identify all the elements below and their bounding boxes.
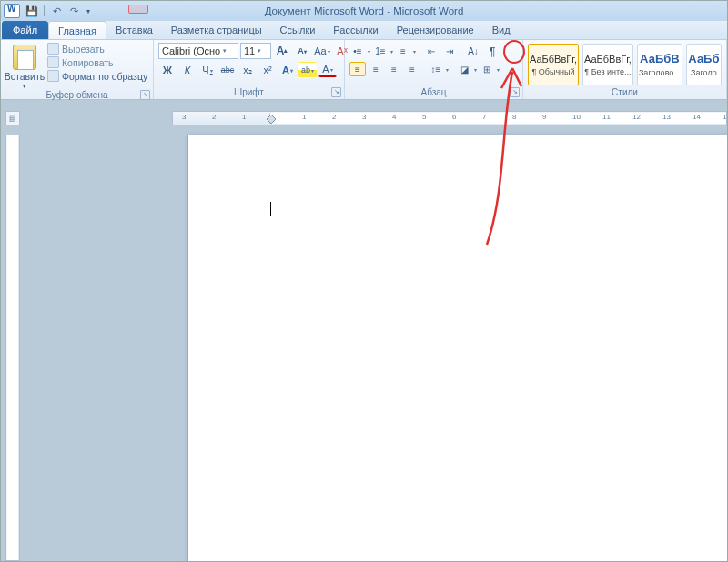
bullets-button[interactable]: •≡ xyxy=(349,44,366,58)
style-name: Заголово... xyxy=(639,68,681,77)
sort-button[interactable]: A↓ xyxy=(465,44,481,58)
increase-indent-button[interactable]: ⇥ xyxy=(441,44,458,58)
group-font: Calibri (Осно▾ 11▾ A▴ A▾ Aa Aᵡ Ж К Ч abc… xyxy=(154,40,345,99)
bold-button[interactable]: Ж xyxy=(158,62,177,78)
annotation-blur-redaction xyxy=(128,5,148,14)
ruler-tick-label: 2 xyxy=(212,113,216,121)
format-painter-label: Формат по образцу xyxy=(62,71,147,82)
group-label-styles: Стили xyxy=(523,87,726,99)
style-name: ¶ Обычный xyxy=(531,67,574,76)
tab-insert[interactable]: Вставка xyxy=(106,21,162,39)
word-icon xyxy=(4,4,20,18)
ruler-tick-label: 15 xyxy=(723,113,727,121)
tab-file[interactable]: Файл xyxy=(2,21,48,39)
quick-access-toolbar: 💾 ↶ ↷ ▾ xyxy=(23,4,93,18)
multilevel-list-button[interactable]: ≡ xyxy=(395,44,411,58)
qat-customize-dropdown[interactable]: ▾ xyxy=(84,7,93,15)
tab-view[interactable]: Вид xyxy=(483,21,520,39)
ribbon-tabs: Файл Главная Вставка Разметка страницы С… xyxy=(1,21,727,40)
ruler-tick-label: 10 xyxy=(572,113,581,121)
vertical-ruler[interactable] xyxy=(5,135,20,561)
ruler-tick-label: 1 xyxy=(302,113,306,121)
tab-review[interactable]: Рецензирование xyxy=(388,21,483,39)
group-styles: АаБбВвГг, ¶ Обычный АаБбВвГг, ¶ Без инте… xyxy=(523,40,727,99)
paste-icon xyxy=(13,45,36,70)
ruler-tick-label: 4 xyxy=(392,113,396,121)
ruler-tick-label: 1 xyxy=(242,113,246,121)
tab-mailings[interactable]: Рассылки xyxy=(324,21,387,39)
font-launcher[interactable]: ↘ xyxy=(331,87,341,97)
qat-undo-button[interactable]: ↶ xyxy=(49,4,64,18)
group-label-font: Шрифт↘ xyxy=(154,87,344,99)
copy-button[interactable]: Копировать xyxy=(47,56,147,68)
qat-redo-button[interactable]: ↷ xyxy=(66,4,81,18)
cut-button[interactable]: Вырезать xyxy=(47,43,147,55)
font-family-combo[interactable]: Calibri (Осно▾ xyxy=(158,43,238,59)
shading-button[interactable]: ◪ xyxy=(456,62,472,76)
style-sample: АаБбВвГг, xyxy=(530,54,577,65)
document-area: ▤ 321123456789101112131415 xyxy=(1,100,727,561)
strikethrough-button[interactable]: abc xyxy=(218,62,237,78)
group-paragraph: •≡▾ 1≡▾ ≡▾ ⇤ ⇥ A↓ ¶ ≡ ≡ ≡ ≡ xyxy=(345,40,523,99)
group-clipboard: Вставить ▾ Вырезать Копировать Формат по… xyxy=(1,40,154,99)
ruler-tick-label: 2 xyxy=(332,113,336,121)
ruler-tick-label: 9 xyxy=(542,113,546,121)
tab-references[interactable]: Ссылки xyxy=(271,21,325,39)
clipboard-launcher[interactable]: ↘ xyxy=(140,90,150,100)
scissors-icon xyxy=(47,43,59,55)
style-heading-1[interactable]: АаБбВ Заголово... xyxy=(637,44,682,85)
document-page[interactable] xyxy=(187,135,727,561)
highlight-button[interactable]: ab xyxy=(298,62,317,78)
tab-home[interactable]: Главная xyxy=(48,21,106,39)
ruler-tick-label: 5 xyxy=(422,113,426,121)
numbering-button[interactable]: 1≡ xyxy=(372,44,389,58)
line-spacing-button[interactable]: ↕≡ xyxy=(428,62,444,76)
show-hide-pilcrow-button[interactable]: ¶ xyxy=(483,43,501,59)
underline-button[interactable]: Ч xyxy=(198,62,217,78)
qat-save-button[interactable]: 💾 xyxy=(25,4,39,18)
align-right-button[interactable]: ≡ xyxy=(386,62,402,76)
align-center-button[interactable]: ≡ xyxy=(368,62,384,76)
ruler-tick-label: 8 xyxy=(512,113,516,121)
view-selector-button[interactable]: ▤ xyxy=(5,111,20,125)
paragraph-launcher[interactable]: ↘ xyxy=(510,87,520,97)
decrease-indent-button[interactable]: ⇤ xyxy=(423,44,440,58)
indent-first-line-marker[interactable] xyxy=(267,115,274,124)
brush-icon xyxy=(47,70,59,82)
text-cursor xyxy=(270,202,271,216)
change-case-button[interactable]: Aa xyxy=(313,43,331,59)
format-painter-button[interactable]: Формат по образцу xyxy=(47,70,147,82)
style-sample: АаБбВвГг, xyxy=(584,54,632,65)
font-color-button[interactable]: A xyxy=(318,63,337,77)
style-heading-2[interactable]: АаБб Заголо xyxy=(686,44,722,85)
qat-separator xyxy=(44,5,45,16)
group-label-paragraph: Абзац↘ xyxy=(345,87,522,99)
text-effects-button[interactable]: A xyxy=(278,62,297,78)
style-no-spacing[interactable]: АаБбВвГг, ¶ Без инте... xyxy=(582,44,633,85)
shrink-font-button[interactable]: A▾ xyxy=(293,43,311,59)
font-size-combo[interactable]: 11▾ xyxy=(240,43,271,59)
style-name: ¶ Без инте... xyxy=(584,67,631,76)
ruler-tick-label: 7 xyxy=(482,113,486,121)
svg-marker-0 xyxy=(267,115,276,124)
style-sample: АаБб xyxy=(688,52,719,65)
paste-button[interactable]: Вставить ▾ xyxy=(5,43,44,90)
cut-label: Вырезать xyxy=(62,44,105,55)
style-normal[interactable]: АаБбВвГг, ¶ Обычный xyxy=(528,44,579,85)
grow-font-button[interactable]: A▴ xyxy=(273,43,291,59)
ruler-tick-label: 14 xyxy=(693,113,701,121)
copy-label: Копировать xyxy=(62,57,114,68)
ruler-tick-label: 6 xyxy=(452,113,456,121)
subscript-button[interactable]: x₂ xyxy=(238,62,257,78)
style-sample: АаБбВ xyxy=(640,52,680,65)
align-left-button[interactable]: ≡ xyxy=(349,62,366,76)
style-name: Заголо xyxy=(691,68,717,77)
tab-page-layout[interactable]: Разметка страницы xyxy=(162,21,271,39)
superscript-button[interactable]: x² xyxy=(258,62,277,78)
paste-dropdown-icon: ▾ xyxy=(23,83,26,90)
align-justify-button[interactable]: ≡ xyxy=(404,62,420,76)
italic-button[interactable]: К xyxy=(178,62,197,78)
borders-button[interactable]: ⊞ xyxy=(479,62,495,76)
ruler-tick-label: 3 xyxy=(362,113,366,121)
horizontal-ruler[interactable]: 321123456789101112131415 xyxy=(172,111,727,125)
